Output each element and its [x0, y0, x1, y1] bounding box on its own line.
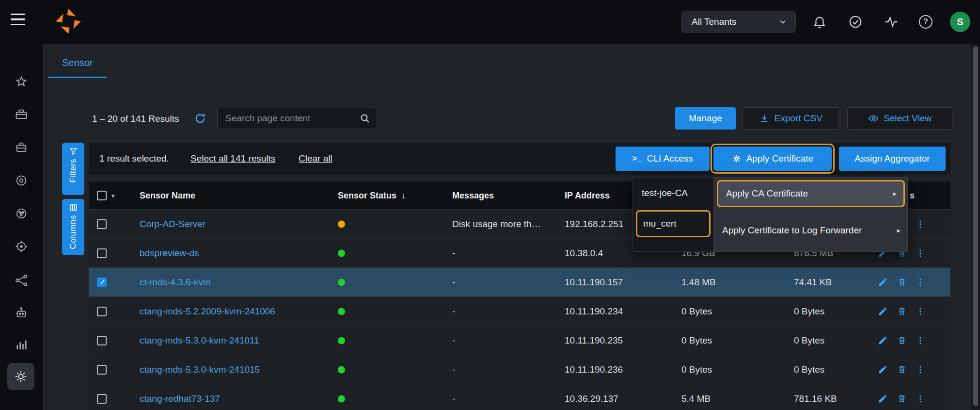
size2-cell: 0 Bytes	[794, 364, 824, 375]
search-icon	[359, 113, 371, 124]
disc-icon[interactable]	[0, 174, 43, 187]
sensor-name-link[interactable]: bdspreview-ds	[140, 248, 199, 259]
analytics-icon[interactable]	[0, 338, 43, 352]
status-dot	[338, 279, 345, 286]
cli-access-button[interactable]: >_ CLI Access	[616, 147, 710, 171]
avatar[interactable]: S	[950, 12, 970, 32]
clear-all-link[interactable]: Clear all	[299, 153, 332, 164]
delete-icon[interactable]	[897, 306, 908, 317]
table-row: ctang-mds-5.2.2009-kvm-241006 - 10.11.19…	[89, 297, 950, 326]
edit-icon[interactable]	[878, 364, 888, 375]
column-header-ip-address[interactable]: IP Address	[565, 190, 610, 200]
assign-aggregator-button[interactable]: Assign Aggregator	[839, 147, 946, 171]
sensor-name-link[interactable]: ct-mds-4.3.6-kvm	[140, 277, 211, 288]
status-dot	[338, 366, 345, 373]
intelligence-icon[interactable]	[0, 207, 43, 220]
column-header-messages[interactable]: Messages	[452, 190, 494, 200]
row-checkbox[interactable]	[97, 219, 107, 229]
status-dot	[338, 220, 345, 228]
menu-item-apply-certificate-log-forwarder[interactable]: Apply Certificate to Log Forwarder ▸	[714, 210, 907, 251]
refresh-icon[interactable]	[194, 112, 206, 125]
delete-icon[interactable]	[897, 364, 908, 375]
submenu-arrow-icon: ▸	[897, 226, 901, 235]
size2-cell: 74.41 KB	[794, 277, 832, 288]
row-checkbox[interactable]	[97, 336, 107, 345]
brand-logo-icon[interactable]	[53, 6, 83, 36]
size2-cell: 0 Bytes	[794, 335, 824, 346]
row-checkbox[interactable]	[97, 278, 107, 287]
delete-icon[interactable]	[897, 277, 908, 288]
check-circle-icon[interactable]	[848, 15, 863, 29]
kebab-menu-icon[interactable]	[916, 219, 926, 230]
sensor-name-link[interactable]: ctang-redhat73-137	[140, 394, 220, 404]
scrollbar-thumb[interactable]	[973, 46, 978, 406]
delete-icon[interactable]	[897, 335, 908, 346]
target-icon[interactable]	[0, 240, 43, 253]
kebab-menu-icon[interactable]	[916, 335, 926, 346]
status-dot	[338, 395, 345, 402]
bell-icon[interactable]	[812, 15, 827, 29]
column-header-partial: s	[910, 190, 915, 200]
kebab-menu-icon[interactable]	[916, 248, 926, 259]
settings-icon[interactable]	[7, 363, 34, 390]
graph-icon[interactable]	[0, 274, 43, 287]
messages-cell: Disk usage more th…	[452, 219, 541, 230]
eye-icon	[868, 113, 879, 124]
export-csv-button[interactable]: Export CSV	[743, 107, 839, 130]
submenu-arrow-icon: ▸	[893, 189, 897, 198]
apply-certificate-button[interactable]: Apply Certificate	[713, 147, 832, 171]
certificate-submenu: test-joe-CA mu_cert	[632, 177, 714, 252]
sensor-name-link[interactable]: ctang-mds-5.3.0-kvm-241015	[140, 364, 260, 375]
size1-cell: 0 Bytes	[681, 364, 712, 375]
edit-icon[interactable]	[878, 277, 888, 288]
tab-sensor[interactable]: Sensor	[48, 57, 107, 68]
sensor-name-link[interactable]: ctang-mds-5.3.0-kvm-241011	[140, 335, 259, 346]
results-count: 1 – 20 of 141 Results	[92, 114, 179, 124]
menu-item-test-joe-ca[interactable]: test-joe-CA	[636, 181, 711, 205]
select-all-checkbox[interactable]	[97, 191, 107, 200]
manage-button[interactable]: Manage	[675, 107, 736, 130]
tab-sensor-underline	[48, 77, 107, 78]
select-all-link[interactable]: Select all 141 results	[190, 153, 275, 164]
kebab-menu-icon[interactable]	[916, 394, 926, 404]
edit-icon[interactable]	[878, 335, 888, 346]
header-caret-icon[interactable]: ▾	[111, 192, 115, 199]
column-header-sensor-status[interactable]: Sensor Status↓	[338, 190, 406, 200]
table-row: ct-mds-4.3.6-kvm - 10.11.190.157 1.48 MB…	[89, 268, 950, 297]
kebab-menu-icon[interactable]	[916, 364, 926, 375]
sensor-name-link[interactable]: ctang-mds-5.2.2009-kvm-241006	[140, 306, 275, 317]
app-window: All Tenants ? S	[0, 0, 980, 410]
menu-item-mu-cert[interactable]: mu_cert	[636, 210, 711, 237]
sensor-name-link[interactable]: Corp-AD-Server	[140, 219, 205, 230]
tenant-selector[interactable]: All Tenants	[681, 11, 796, 33]
help-icon[interactable]: ?	[919, 15, 933, 29]
select-view-button[interactable]: Select View	[847, 107, 952, 130]
edit-icon[interactable]	[878, 306, 888, 317]
robot-icon[interactable]	[0, 306, 43, 320]
row-checkbox[interactable]	[97, 248, 107, 258]
row-checkbox[interactable]	[97, 365, 107, 375]
search-input[interactable]	[218, 113, 359, 124]
columns-button[interactable]: Columns	[62, 199, 84, 255]
menu-icon[interactable]	[11, 14, 26, 26]
activity-icon[interactable]	[884, 15, 899, 29]
kebab-menu-icon[interactable]	[916, 277, 926, 288]
billing-icon[interactable]	[0, 108, 43, 121]
edit-icon[interactable]	[878, 394, 888, 404]
ip-address-cell: 10.11.190.234	[565, 306, 623, 317]
filter-icon	[69, 147, 78, 155]
size2-cell: 0 Bytes	[794, 306, 824, 317]
filters-button[interactable]: Filters	[62, 143, 84, 195]
briefcase-icon[interactable]	[0, 141, 43, 154]
row-checkbox[interactable]	[97, 394, 107, 404]
menu-item-apply-ca-certificate[interactable]: Apply CA Certificate ▸	[717, 180, 905, 207]
status-dot	[338, 308, 345, 315]
avatar-initial: S	[957, 16, 963, 28]
delete-icon[interactable]	[897, 394, 908, 404]
row-checkbox[interactable]	[97, 307, 107, 316]
kebab-menu-icon[interactable]	[916, 306, 926, 317]
status-dot	[338, 337, 345, 344]
table-row: ctang-mds-5.3.0-kvm-241011 - 10.11.190.2…	[89, 326, 950, 355]
column-header-sensor-name[interactable]: Sensor Name	[140, 190, 195, 200]
star-icon[interactable]	[0, 75, 43, 89]
